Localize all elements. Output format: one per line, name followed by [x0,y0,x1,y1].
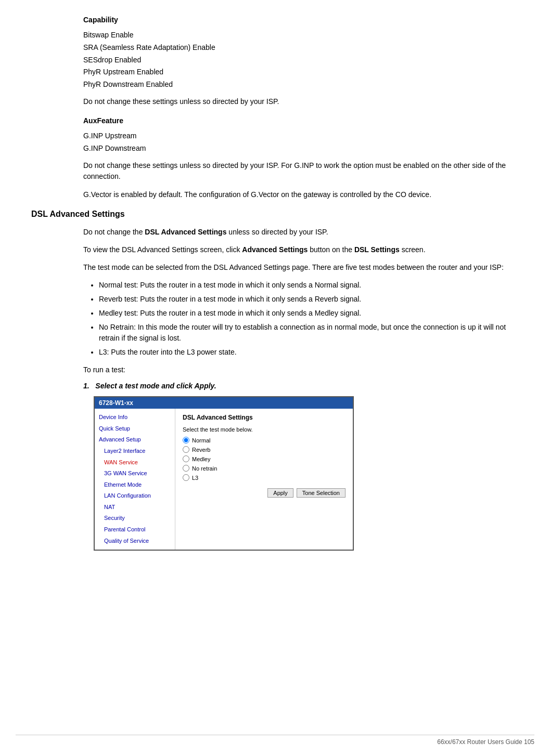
radio-reverb[interactable]: Reverb [183,446,346,453]
capability-item-2: SRA (Seamless Rate Adaptation) Enable [83,42,519,54]
router-buttons: Apply Tone Selection [183,488,346,498]
step1-text: Select a test mode and click Apply. [95,382,216,390]
page-footer: 66xx/67xx Router Users Guide 105 [16,735,534,746]
radio-l3-input[interactable] [183,474,189,481]
step1-num: 1. [83,382,89,390]
dsl-para2: To view the DSL Advanced Settings screen… [83,244,519,255]
sidebar-item-device-info[interactable]: Device Info [95,412,175,423]
capability-item-4: PhyR Upstream Enabled [83,66,519,79]
sidebar-item-3g-wan[interactable]: 3G WAN Service [100,468,175,479]
capability-items: Bitswap Enable SRA (Seamless Rate Adapta… [83,29,519,91]
bullet-reverb: Reverb test: Puts the router in a test m… [99,294,519,305]
router-sidebar: Device Info Quick Setup Advanced Setup L… [95,409,175,550]
dsl-bold-2: Advanced Settings [242,245,308,254]
sidebar-item-parental[interactable]: Parental Control [100,524,175,536]
bullet-noretrain: No Retrain: In this mode the router will… [99,322,519,344]
sidebar-item-security[interactable]: Security [100,513,175,524]
capability-section: Capability Bitswap Enable SRA (Seamless … [83,16,519,107]
capability-item-1: Bitswap Enable [83,29,519,42]
sidebar-item-quick-setup[interactable]: Quick Setup [95,423,175,435]
router-body: Device Info Quick Setup Advanced Setup L… [95,409,353,550]
auxfeature-heading: AuxFeature [83,116,519,125]
router-select-label: Select the test mode below. [183,426,346,433]
radio-medley[interactable]: Medley [183,455,346,462]
auxfeature-note1: Do not change these settings unless so d… [83,160,519,182]
sidebar-item-lan-config[interactable]: LAN Configuration [100,490,175,502]
capability-heading: Capability [83,16,519,24]
radio-noretrain-input[interactable] [183,465,189,472]
radio-normal-input[interactable] [183,437,189,444]
capability-item-3: SESdrop Enabled [83,54,519,67]
router-main-title: DSL Advanced Settings [183,414,346,421]
bullet-normal: Normal test: Puts the router in a test m… [99,280,519,291]
sidebar-item-wan-service[interactable]: WAN Service [100,457,175,468]
radio-noretrain[interactable]: No retrain [183,465,346,472]
radio-medley-input[interactable] [183,455,189,462]
dsl-bold-1: DSL Advanced Settings [145,228,226,236]
sidebar-item-nat[interactable]: NAT [100,502,175,513]
auxfeature-item-2: G.INP Downstream [83,142,519,155]
bullet-medley: Medley test: Puts the router in a test m… [99,308,519,319]
router-main: DSL Advanced Settings Select the test mo… [175,409,353,550]
dsl-advanced-section: DSL Advanced Settings Do not change the … [31,210,519,551]
sidebar-item-qos[interactable]: Quality of Service [100,536,175,547]
step1: 1. Select a test mode and click Apply. [83,382,519,390]
auxfeature-section: AuxFeature G.INP Upstream G.INP Downstre… [83,116,519,200]
radio-normal[interactable]: Normal [183,437,346,444]
tone-selection-button[interactable]: Tone Selection [297,488,346,498]
sidebar-item-ethernet-mode[interactable]: Ethernet Mode [100,479,175,491]
auxfeature-items: G.INP Upstream G.INP Downstream [83,130,519,155]
footer-text: 66xx/67xx Router Users Guide 105 [437,738,534,746]
capability-note: Do not change these settings unless so d… [83,96,519,107]
radio-reverb-input[interactable] [183,446,189,453]
dsl-para1: Do not change the DSL Advanced Settings … [83,226,519,238]
router-titlebar: 6728-W1-xx [95,397,353,409]
to-run-test: To run a test: [83,364,519,375]
auxfeature-item-1: G.INP Upstream [83,130,519,142]
sidebar-item-layer2[interactable]: Layer2 Interface [100,446,175,457]
apply-button[interactable]: Apply [267,488,293,498]
auxfeature-note2: G.Vector is enabled by default. The conf… [83,189,519,200]
dsl-para3: The test mode can be selected from the D… [83,262,519,273]
dsl-bullet-list: Normal test: Puts the router in a test m… [99,280,519,358]
capability-item-5: PhyR Downstream Enabled [83,79,519,91]
radio-l3[interactable]: L3 [183,474,346,481]
dsl-bold-3: DSL Settings [354,245,400,254]
bullet-l3: L3: Puts the router into the L3 power st… [99,347,519,358]
router-screenshot: 6728-W1-xx Device Info Quick Setup Advan… [94,396,354,551]
sidebar-item-advanced-setup[interactable]: Advanced Setup [95,434,175,446]
dsl-heading: DSL Advanced Settings [31,210,519,219]
